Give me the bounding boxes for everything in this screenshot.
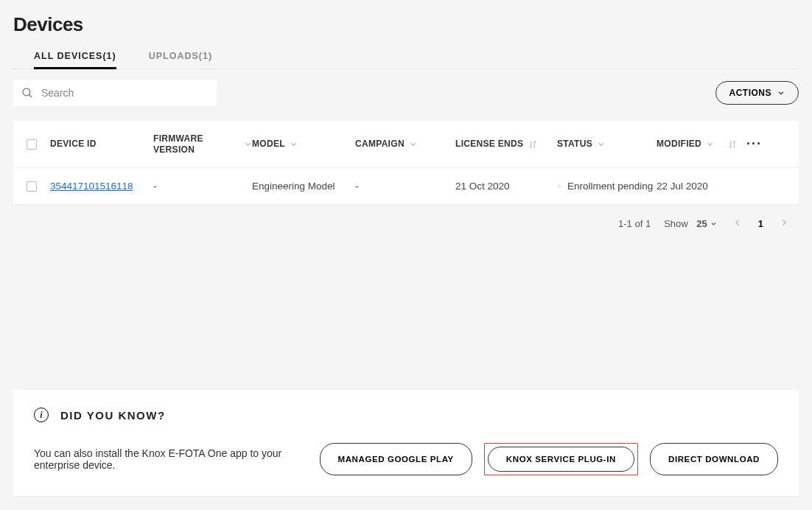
cell-firmware: - [153,181,252,192]
col-campaign-label: CAMPAIGN [355,139,405,150]
cell-status: Enrollment pending [557,181,657,192]
page-size-select[interactable]: Show 25 [664,218,717,229]
cell-model: Engineering Model [252,181,355,192]
tab-all-devices[interactable]: ALL DEVICES(1) [34,46,116,69]
actions-button[interactable]: ACTIONS [715,81,799,105]
current-page: 1 [758,218,763,229]
col-model[interactable]: MODEL [252,139,355,150]
svg-line-1 [29,94,32,97]
knox-service-plugin-button[interactable]: KNOX SERVICE PLUG-IN [488,447,634,472]
table-row: 354417101516118 - Engineering Model - 21… [13,168,799,205]
chevron-down-icon [409,140,417,148]
col-device-id-label: DEVICE ID [50,139,97,150]
col-firmware-label: FIRMWARE VERSION [153,133,239,156]
page-title: Devices [13,13,799,36]
chevron-down-icon [710,220,717,227]
col-status[interactable]: STATUS [557,139,657,150]
info-panel: i DID YOU KNOW? You can also install the… [13,390,799,497]
tab-uploads[interactable]: UPLOADS(1) [149,46,212,69]
search-icon [21,86,34,99]
col-model-label: MODEL [252,139,285,150]
cell-campaign: - [355,181,455,192]
direct-download-button[interactable]: DIRECT DOWNLOAD [650,443,778,475]
search-box[interactable] [13,80,217,106]
toolbar: ACTIONS [13,80,799,106]
status-text: Enrollment pending [567,181,653,192]
show-label: Show [664,218,688,229]
chevron-down-icon [244,140,252,148]
col-firmware[interactable]: FIRMWARE VERSION [153,133,252,156]
prev-page-button[interactable] [730,215,745,232]
next-page-button[interactable] [777,215,791,232]
row-checkbox[interactable] [27,181,37,192]
highlight-box: KNOX SERVICE PLUG-IN [484,443,638,475]
sort-icon [727,139,738,150]
svg-point-0 [23,88,30,96]
sort-icon [528,139,538,150]
cell-license: 21 Oct 2020 [455,181,557,192]
pagination-range: 1-1 of 1 [618,218,651,229]
col-modified[interactable]: MODIFIED [657,139,746,150]
more-icon[interactable]: ··· [746,136,762,153]
search-input[interactable] [41,87,209,99]
col-modified-label: MODIFIED [657,139,701,150]
device-id-link[interactable]: 354417101516118 [50,181,133,192]
col-campaign[interactable]: CAMPAIGN [355,139,455,150]
info-text: You can also install the Knox E-FOTA One… [34,447,305,471]
col-status-label: STATUS [557,139,592,150]
table-header: DEVICE ID FIRMWARE VERSION MODEL CAMPAIG… [13,121,799,168]
select-all-checkbox[interactable] [27,139,37,150]
status-indicator-icon [558,184,562,189]
managed-google-play-button[interactable]: MANAGED GOOGLE PLAY [320,443,472,475]
chevron-down-icon [777,89,785,97]
per-page-value: 25 [696,218,707,229]
col-license[interactable]: LICENSE ENDS [455,139,557,150]
tabs: ALL DEVICES(1) UPLOADS(1) [13,46,799,69]
info-icon: i [34,408,49,422]
actions-label: ACTIONS [729,88,772,98]
cell-modified: 22 Jul 2020 [657,181,746,192]
devices-table: DEVICE ID FIRMWARE VERSION MODEL CAMPAIG… [13,121,799,205]
col-device-id[interactable]: DEVICE ID [50,139,153,150]
info-title: DID YOU KNOW? [60,409,166,422]
chevron-down-icon [290,140,298,148]
paginator: 1-1 of 1 Show 25 1 [13,205,799,232]
col-license-label: LICENSE ENDS [455,139,523,150]
chevron-down-icon [706,140,714,148]
chevron-down-icon [597,140,605,148]
